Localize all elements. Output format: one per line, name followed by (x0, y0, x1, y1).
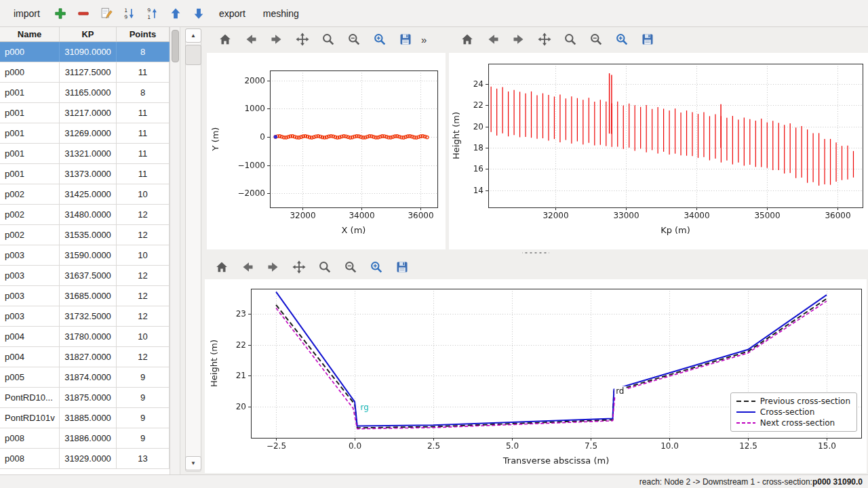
panel-scrollbar-thumb[interactable] (185, 45, 201, 65)
plan-view-plot[interactable] (207, 53, 446, 249)
cell-kp: 31480.0000 (60, 205, 117, 224)
cell-name: p001 (0, 83, 60, 102)
panel-scrollbar-track[interactable] (185, 28, 201, 472)
cell-points: 8 (117, 42, 170, 62)
table-row[interactable]: p00331685.000012 (0, 286, 170, 306)
home-button[interactable] (210, 257, 233, 277)
table-row[interactable]: p00431780.000010 (0, 327, 170, 347)
cell-name: p003 (0, 245, 60, 265)
remove-button[interactable] (73, 3, 94, 24)
forward-button[interactable] (262, 257, 285, 277)
scroll-up-button[interactable]: ▲ (185, 28, 201, 43)
zoom-original-button[interactable] (585, 29, 608, 49)
cross-section-plot[interactable] (205, 279, 867, 473)
move-up-button[interactable] (165, 3, 186, 24)
scroll-up-icon: ▲ (191, 33, 196, 39)
table-row[interactable]: PontRD10...31875.00009 (0, 388, 170, 408)
legend-label: Previous cross-section (760, 396, 850, 406)
table-row[interactable]: p00031090.00008 (0, 42, 170, 62)
table-scrollbar[interactable] (170, 27, 180, 474)
zoom-icon (563, 32, 578, 47)
table-row[interactable]: p00331590.000010 (0, 245, 170, 266)
table-row[interactable]: p00131217.000011 (0, 103, 170, 123)
cell-points: 9 (117, 388, 170, 407)
zoom-original-button[interactable] (339, 257, 362, 277)
cell-kp: 31373.0000 (60, 164, 117, 184)
home-button[interactable] (456, 29, 479, 49)
forward-button[interactable] (265, 29, 288, 49)
splitter-handle-icon[interactable] (522, 251, 549, 254)
move-up-icon (169, 7, 182, 20)
panel-scrollbar: ▲ ▼ (183, 27, 203, 474)
add-button[interactable] (50, 3, 71, 24)
cross-section-panel: Previous cross-sectionCross-sectionNext … (203, 255, 868, 474)
table-row[interactable]: p00131165.00008 (0, 83, 170, 103)
legend-entry: Next cross-section (736, 418, 850, 428)
zoom-button[interactable] (317, 29, 340, 49)
status-selection: p000 31090.0 (812, 477, 863, 487)
table-scrollbar-thumb[interactable] (172, 30, 179, 62)
add-icon (54, 7, 67, 20)
table-row[interactable]: p00331732.500012 (0, 306, 170, 327)
cell-name: p003 (0, 306, 60, 326)
edit-button[interactable] (96, 3, 117, 24)
pan-button[interactable] (291, 29, 314, 49)
home-button[interactable] (214, 29, 237, 49)
sort-ascending-button[interactable]: 19 (119, 3, 140, 24)
cell-kp: 31535.0000 (60, 225, 117, 245)
scroll-down-button[interactable]: ▼ (185, 456, 201, 470)
column-header-name[interactable]: Name (0, 27, 60, 41)
table-row[interactable]: p00431827.000012 (0, 347, 170, 367)
cell-kp: 31637.5000 (60, 266, 117, 285)
zoom-button[interactable] (559, 29, 582, 49)
zoom-button[interactable] (313, 257, 336, 277)
import-button[interactable]: import (5, 5, 48, 22)
sort-descending-button[interactable]: 91 (142, 3, 163, 24)
forward-button[interactable] (507, 29, 530, 49)
cell-kp: 31732.5000 (60, 306, 117, 326)
legend-line-sample (736, 398, 756, 405)
table-row[interactable]: p00231480.000012 (0, 205, 170, 225)
back-button[interactable] (236, 257, 259, 277)
column-header-points[interactable]: Points (117, 27, 170, 41)
column-header-kp[interactable]: KP (60, 27, 117, 41)
svg-text:9: 9 (124, 14, 127, 20)
table-row[interactable]: PontRD101v31885.00009 (0, 408, 170, 428)
zoom-rect-button[interactable] (610, 29, 633, 49)
pan-button[interactable] (533, 29, 556, 49)
table-row[interactable]: p00231425.000010 (0, 184, 170, 205)
table-row[interactable]: p00531874.00009 (0, 367, 170, 388)
toolbar-overflow-icon[interactable]: » (421, 34, 427, 45)
zoom-original-icon (589, 32, 604, 47)
table-row[interactable]: p00831929.000013 (0, 449, 170, 469)
cell-name: p002 (0, 225, 60, 245)
home-icon (460, 32, 475, 47)
svg-text:1: 1 (147, 14, 151, 20)
save-button[interactable] (391, 257, 414, 277)
forward-icon (511, 32, 526, 47)
zoom-original-button[interactable] (342, 29, 366, 49)
cell-points: 11 (117, 62, 170, 82)
zoom-rect-button[interactable] (368, 29, 391, 49)
move-down-button[interactable] (188, 3, 210, 24)
back-button[interactable] (239, 29, 262, 49)
export-button[interactable]: export (211, 5, 254, 22)
save-button[interactable] (394, 29, 417, 49)
table-row[interactable]: p00031127.500011 (0, 62, 170, 83)
table-row[interactable]: p00131269.000011 (0, 123, 170, 144)
cell-name: p000 (0, 62, 60, 82)
table-row[interactable]: p00331637.500012 (0, 266, 170, 286)
cell-points: 12 (117, 266, 170, 285)
zoom-rect-button[interactable] (365, 257, 388, 277)
back-button[interactable] (481, 29, 505, 49)
longitudinal-profile-plot[interactable] (449, 53, 868, 249)
table-row[interactable]: p00831886.00009 (0, 428, 170, 449)
save-button[interactable] (636, 29, 659, 49)
cell-kp: 31590.0000 (60, 245, 117, 265)
table-body: p00031090.00008p00031127.500011p00131165… (0, 42, 170, 469)
meshing-button[interactable]: meshing (255, 5, 307, 22)
table-row[interactable]: p00231535.000012 (0, 225, 170, 245)
pan-button[interactable] (288, 257, 311, 277)
table-row[interactable]: p00131321.000011 (0, 144, 170, 164)
table-row[interactable]: p00131373.000011 (0, 164, 170, 184)
